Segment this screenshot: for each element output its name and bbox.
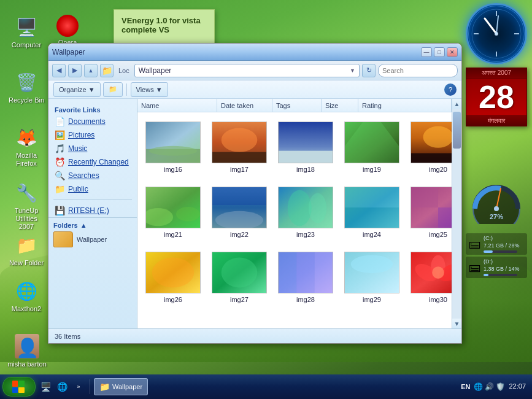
list-item[interactable]: img20 (407, 117, 452, 177)
taskbar-clock[interactable]: 22:07 (509, 382, 526, 391)
list-item[interactable]: img16 (142, 117, 204, 177)
col-header-date[interactable]: Date taken (217, 99, 272, 112)
list-item[interactable]: img30 (407, 247, 452, 308)
svg-point-54 (432, 266, 444, 279)
sidebar-item-documents[interactable]: 📄 Documents (48, 115, 137, 128)
scroll-thumb[interactable] (453, 112, 461, 149)
scroll-up-button[interactable]: ▲ (452, 99, 461, 109)
svg-rect-46 (296, 252, 314, 293)
folders-section[interactable]: Folders ▲ Wallpaper (48, 217, 137, 251)
sidebar-item-recently-changed[interactable]: ⏰ Recently Changed (48, 155, 137, 169)
desktop-icon-misha[interactable]: 👤 misha barton (5, 331, 49, 371)
svg-point-10 (494, 206, 499, 211)
views-button[interactable]: Views ▼ (131, 82, 168, 97)
folder-thumbnail-label: Wallpaper (77, 236, 107, 243)
thumbnail-img17 (212, 122, 267, 163)
svg-rect-35 (345, 187, 399, 207)
clock-face (466, 3, 527, 64)
thumbnail-img18 (278, 122, 333, 163)
organize-label: Organize (59, 86, 87, 93)
address-value: Wallpaper (139, 66, 172, 75)
sidebar-item-ritesh[interactable]: 💾 RITESH (E:) (48, 204, 137, 217)
svg-point-7 (495, 32, 498, 36)
new-folder-label: New Folder (9, 259, 44, 267)
list-item[interactable]: img28 (275, 247, 336, 308)
quick-launch-show-desktop[interactable]: 🖥️ (38, 379, 53, 394)
svg-point-14 (149, 146, 197, 156)
thumbnail-img26 (145, 252, 201, 293)
list-item[interactable]: img18 (275, 117, 336, 177)
col-header-name[interactable]: Name (137, 99, 217, 112)
start-button[interactable] (2, 377, 36, 397)
file-name: img25 (429, 231, 447, 238)
address-combo[interactable]: Wallpaper ▼ (134, 64, 360, 77)
maximize-button[interactable]: □ (434, 47, 445, 57)
file-name: img29 (363, 296, 381, 303)
computer-icon: 🖥️ (14, 15, 39, 39)
drive-c-size: 7.21 GB / 28% (484, 242, 520, 250)
status-text: 36 Items (55, 333, 80, 340)
tray-network-icon[interactable]: 🌐 (474, 382, 483, 391)
file-name: img21 (164, 231, 182, 238)
forward-button[interactable]: ▶ (68, 64, 82, 77)
svg-point-33 (309, 193, 326, 223)
scroll-down-button[interactable]: ▼ (452, 319, 461, 328)
help-button[interactable]: ? (444, 83, 457, 96)
scroll-track (452, 109, 461, 319)
refresh-button[interactable]: ↻ (362, 64, 376, 77)
col-header-rating[interactable]: Rating (358, 99, 452, 112)
col-header-size[interactable]: Size (322, 99, 358, 112)
back-button[interactable]: ◀ (52, 64, 66, 77)
desktop-icon-computer[interactable]: 🖥️ Computer (5, 12, 48, 52)
new-folder-button[interactable]: 📁 (103, 82, 123, 97)
desktop-icon-firefox[interactable]: 🦊 Mozilla Firefox (5, 123, 48, 170)
desktop-icon-recycle-bin[interactable]: 🗑️ Recycle Bin (5, 68, 48, 107)
title-bar: Wallpaper — □ ✕ (48, 44, 461, 61)
column-headers: Name Date taken Tags Size Rating (137, 99, 452, 112)
thumbnail-img24 (344, 187, 399, 228)
quick-launch-more[interactable]: » (71, 379, 86, 394)
list-item[interactable]: img22 (209, 182, 270, 242)
sidebar-item-music[interactable]: 🎵 Music (48, 142, 137, 155)
list-item[interactable]: img29 (341, 247, 403, 308)
desktop-icon-tuneup[interactable]: 🔧 TuneUp Utilities 2007 (5, 178, 48, 234)
taskbar-item-wallpaper-icon: 📁 (99, 382, 110, 392)
close-button[interactable]: ✕ (447, 47, 458, 57)
file-area-wrapper: Name Date taken Tags Size Rating (137, 99, 461, 328)
thumbnail-img29 (344, 252, 399, 293)
public-icon: 📁 (55, 184, 65, 194)
list-item[interactable]: img27 (209, 247, 270, 308)
public-label: Public (68, 185, 88, 193)
list-item[interactable]: img25 (407, 182, 452, 242)
file-name: img28 (296, 296, 315, 303)
sidebar-item-pictures[interactable]: 🖼️ Pictures (48, 128, 137, 142)
documents-label: Documents (68, 117, 106, 126)
list-item[interactable]: img26 (142, 247, 204, 308)
thumbnail-img30 (411, 252, 452, 293)
tray-security-icon[interactable]: 🛡️ (496, 382, 505, 391)
list-item[interactable]: img17 (209, 117, 270, 177)
list-item[interactable]: img23 (275, 182, 336, 242)
search-input[interactable] (382, 67, 462, 74)
file-name: img19 (363, 166, 381, 173)
desktop-icon-maxthon[interactable]: 🌐 Maxthon2 (5, 276, 48, 316)
opera-icon (56, 15, 79, 37)
desktop-icon-new-folder[interactable]: 📁 New Folder (5, 230, 48, 269)
minimize-button[interactable]: — (421, 47, 432, 57)
list-item[interactable]: img21 (142, 182, 204, 242)
up-button[interactable]: ▲ (84, 64, 98, 77)
list-item[interactable]: img19 (341, 117, 403, 177)
drive-c-bar-fill (484, 250, 493, 253)
organize-button[interactable]: Organize ▼ (53, 82, 101, 97)
music-icon: 🎵 (55, 144, 65, 153)
sidebar-item-searches[interactable]: 🔍 Searches (48, 169, 137, 182)
quick-launch-ie[interactable]: 🌐 (55, 379, 69, 394)
search-box[interactable]: 🔍 (378, 64, 458, 77)
tray-volume-icon[interactable]: 🔊 (485, 382, 494, 391)
vertical-scrollbar[interactable]: ▲ ▼ (452, 99, 461, 328)
taskbar-item-wallpaper[interactable]: 📁 Wallpaper (94, 378, 148, 395)
sidebar-item-public[interactable]: 📁 Public (48, 182, 137, 196)
thumbnail-img25 (411, 187, 452, 228)
list-item[interactable]: img24 (341, 182, 403, 242)
col-header-tags[interactable]: Tags (272, 99, 322, 112)
